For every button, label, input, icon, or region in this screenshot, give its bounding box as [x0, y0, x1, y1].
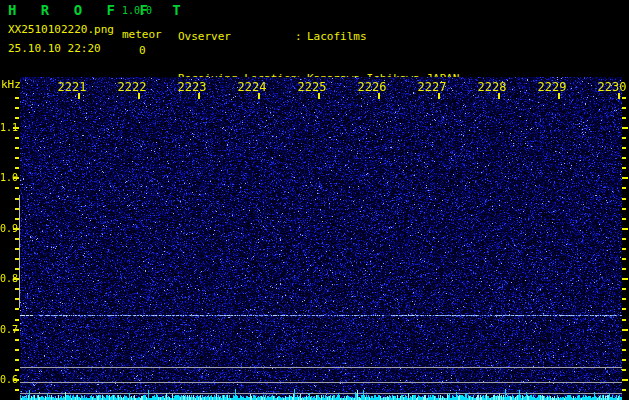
time-tick [258, 93, 260, 99]
freq-tick-minor [15, 339, 19, 341]
freq-tick-minor [15, 157, 19, 159]
right-freq-tick-minor [622, 359, 626, 361]
time-tick [318, 93, 320, 99]
right-freq-tick-minor [622, 389, 626, 391]
time-tick [138, 93, 140, 99]
time-tick [498, 93, 500, 99]
freq-tick-minor [15, 107, 19, 109]
time-tick [438, 93, 440, 99]
freq-tick-major [13, 379, 19, 381]
right-freq-tick-minor [622, 298, 626, 300]
time-label: 2221 [55, 80, 89, 94]
detection-band-marker [19, 195, 20, 308]
time-tick [618, 93, 620, 99]
freq-tick-minor [15, 137, 19, 139]
right-freq-tick-minor [622, 369, 626, 371]
right-freq-tick-minor [622, 248, 626, 250]
right-freq-tick-minor [622, 319, 626, 321]
time-tick [558, 93, 560, 99]
right-freq-tick-minor [622, 147, 626, 149]
output-filename: XX2510102220.png [8, 23, 114, 36]
right-freq-tick-minor [622, 208, 626, 210]
station-value: Lacofilms [307, 30, 367, 44]
freq-tick-minor [15, 319, 19, 321]
freq-tick-minor [15, 147, 19, 149]
right-freq-tick-minor [622, 157, 626, 159]
right-freq-tick-minor [622, 258, 626, 260]
freq-label: 0.6 [0, 374, 13, 385]
mode-label: meteor [122, 28, 162, 41]
freq-label: 0.9 [0, 223, 13, 234]
hrofft-window: H R O F F T 1.0.0 XX2510102220.png meteo… [0, 0, 629, 400]
app-version: 1.0.0 [122, 5, 152, 16]
freq-tick-minor [15, 268, 19, 270]
right-freq-tick-major [622, 228, 628, 230]
time-tick [78, 93, 80, 99]
freq-tick-minor [15, 349, 19, 351]
time-label: 2226 [355, 80, 389, 94]
right-freq-tick-minor [622, 167, 626, 169]
right-freq-tick-minor [622, 198, 626, 200]
time-label: 2227 [415, 80, 449, 94]
right-freq-tick-minor [622, 238, 626, 240]
station-label: Ovserver [178, 30, 295, 44]
freq-label: 0.8 [0, 273, 13, 284]
meteor-count: 0 [139, 44, 146, 57]
time-label: 2225 [295, 80, 329, 94]
time-label: 2230 [595, 80, 629, 94]
frequency-unit-label: kHz [1, 78, 21, 91]
time-tick [378, 93, 380, 99]
station-row-observer: Ovserver:Lacofilms [178, 30, 459, 44]
right-freq-tick-minor [622, 349, 626, 351]
freq-tick-minor [15, 359, 19, 361]
freq-label: 1.0 [0, 172, 13, 183]
right-freq-tick-minor [622, 137, 626, 139]
freq-tick-major [13, 127, 19, 129]
freq-tick-minor [15, 248, 19, 250]
time-label: 2223 [175, 80, 209, 94]
time-label: 2229 [535, 80, 569, 94]
right-freq-tick-minor [622, 107, 626, 109]
freq-tick-minor [15, 308, 19, 310]
time-label: 2228 [475, 80, 509, 94]
right-freq-tick-major [622, 329, 628, 331]
right-freq-tick-minor [622, 308, 626, 310]
freq-tick-minor [15, 389, 19, 391]
freq-tick-major [13, 329, 19, 331]
freq-tick-major [13, 177, 19, 179]
time-label: 2224 [235, 80, 269, 94]
freq-tick-major [13, 278, 19, 280]
right-freq-tick-minor [622, 339, 626, 341]
freq-label: 1.1 [0, 122, 13, 133]
freq-tick-minor [15, 198, 19, 200]
right-freq-tick-major [622, 278, 628, 280]
freq-tick-minor [15, 369, 19, 371]
right-freq-tick-minor [622, 288, 626, 290]
freq-tick-minor [15, 97, 19, 99]
right-freq-tick-major [622, 127, 628, 129]
freq-tick-minor [15, 208, 19, 210]
freq-label: 0.7 [0, 324, 13, 335]
freq-tick-major [13, 228, 19, 230]
right-freq-tick-major [622, 177, 628, 179]
right-freq-tick-major [622, 379, 628, 381]
freq-tick-minor [15, 288, 19, 290]
freq-tick-minor [15, 238, 19, 240]
app-title: H R O F F T [8, 2, 189, 18]
freq-tick-minor [15, 187, 19, 189]
freq-tick-minor [15, 218, 19, 220]
freq-tick-minor [15, 167, 19, 169]
date-time: 25.10.10 22:20 [8, 42, 101, 55]
freq-tick-minor [15, 117, 19, 119]
time-tick [198, 93, 200, 99]
right-freq-tick-minor [622, 117, 626, 119]
right-freq-tick-minor [622, 97, 626, 99]
separator: : [295, 30, 307, 44]
right-freq-tick-minor [622, 268, 626, 270]
time-label: 2222 [115, 80, 149, 94]
spectrogram-canvas [20, 77, 622, 400]
right-freq-tick-minor [622, 187, 626, 189]
right-freq-tick-minor [622, 218, 626, 220]
freq-tick-minor [15, 298, 19, 300]
freq-tick-minor [15, 258, 19, 260]
